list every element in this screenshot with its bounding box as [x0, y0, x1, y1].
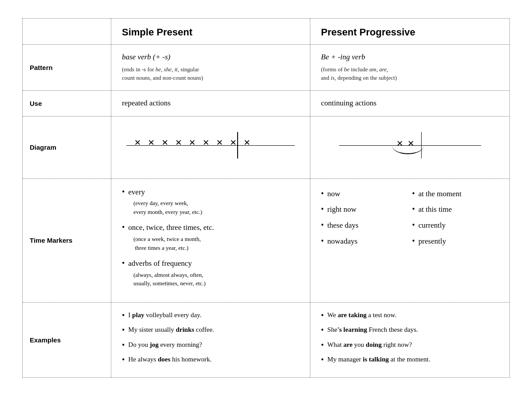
pp-bullet-1: •	[321, 189, 324, 199]
pp-marker-text-3: these days	[327, 220, 358, 231]
pattern-sp-note: (ends in -s for he, she, it, singularcou…	[122, 65, 299, 82]
sp-cross-2: ×	[148, 137, 155, 148]
diagram-pp-cell: × ×	[310, 116, 509, 179]
pp-markers-col1: • now • right now • these days • nowaday…	[321, 189, 408, 248]
sp-marker-item-2: • once, twice, three times, etc. (once a…	[122, 222, 299, 252]
sp-example-text-3: Do you jog every morning?	[128, 340, 202, 349]
examples-row: Examples • I play volleyball every day. …	[23, 303, 509, 378]
pp-marker-text-8: presently	[419, 236, 446, 247]
pp-marker-6: • at this time	[412, 204, 499, 215]
pp-marker-8: • presently	[412, 236, 499, 247]
sp-example-1: • I play volleyball every day.	[122, 311, 299, 321]
bullet-dot-2: •	[122, 222, 125, 233]
use-sp-content: repeated actions	[111, 91, 310, 116]
sp-example-text-1: I play volleyball every day.	[128, 311, 201, 320]
pp-example-1: • We are taking a test now.	[321, 311, 499, 321]
sp-cross-9: ×	[244, 137, 250, 148]
pp-example-3: • What are you doing right now?	[321, 340, 499, 350]
diagram-sp-cell: × × × × × × × × ×	[111, 116, 310, 179]
ex-bullet-4: •	[122, 355, 125, 365]
sp-cross-3: ×	[162, 137, 168, 148]
pp-ex-bullet-2: •	[321, 325, 324, 335]
ex-bullet-2: •	[122, 325, 125, 335]
diagram-row: Diagram × × × × × × × × ×	[23, 116, 509, 179]
sp-cross-1: ×	[134, 137, 141, 148]
header-sp-cell: Simple Present	[111, 19, 310, 44]
pp-bullet-2: •	[321, 204, 324, 214]
pp-ex-bullet-3: •	[321, 340, 324, 350]
pp-example-text-2: She's learning French these days.	[327, 325, 418, 334]
pp-marker-text-4: nowadays	[327, 236, 357, 247]
pp-marker-text-2: right now	[327, 204, 356, 215]
main-table: Simple Present Present Progressive Patte…	[22, 18, 510, 378]
pp-bullet-4: •	[321, 236, 324, 246]
pp-example-text-4: My manager is talking at the moment.	[327, 355, 430, 364]
pp-example-4: • My manager is talking at the moment.	[321, 355, 499, 365]
pp-bullet-5: •	[412, 189, 415, 199]
pp-marker-text-6: at this time	[419, 204, 452, 215]
pp-cross-1: ×	[397, 137, 403, 150]
examples-pp-content: • We are taking a test now. • She's lear…	[310, 303, 509, 378]
ex-bullet-3: •	[122, 340, 125, 350]
bullet-dot-3: •	[122, 258, 125, 268]
header-empty-cell	[23, 19, 111, 44]
pattern-row: Pattern base verb (+ -s) (ends in -s for…	[23, 45, 509, 91]
sp-diagram: × × × × × × × × ×	[126, 130, 295, 165]
sp-marker-sub-2: (once a week, twice a month, three times…	[133, 235, 299, 252]
header-row: Simple Present Present Progressive	[23, 19, 509, 45]
pp-markers-col2: • at the moment • at this time • current…	[412, 189, 499, 248]
pp-marker-text-1: now	[327, 189, 340, 199]
time-markers-pp-content: • now • right now • these days • nowaday…	[310, 179, 509, 302]
pp-example-2: • She's learning French these days.	[321, 325, 499, 335]
pp-ex-bullet-1: •	[321, 311, 324, 321]
sp-example-2: • My sister usually drinks coffee.	[122, 325, 299, 335]
sp-marker-bullet-2: • once, twice, three times, etc.	[122, 222, 299, 233]
sp-example-text-2: My sister usually drinks coffee.	[128, 325, 214, 334]
pp-marker-7: • currently	[412, 220, 499, 231]
pattern-pp-content: Be + -ing verb (forms of be include am, …	[310, 45, 509, 90]
sp-marker-sub-3: (always, almost always, often,usually, s…	[133, 271, 299, 288]
time-markers-sp-content: • every (every day, every week,every mon…	[111, 179, 310, 302]
examples-label: Examples	[23, 303, 111, 378]
bullet-dot-1: •	[122, 187, 125, 197]
sp-cross-5: ×	[189, 137, 196, 148]
sp-marker-text-1: every	[128, 187, 145, 198]
sp-cross-7: ×	[216, 137, 223, 148]
header-pp-title: Present Progressive	[321, 27, 415, 38]
sp-example-text-4: He always does his homework.	[128, 355, 211, 364]
header-pp-cell: Present Progressive	[310, 19, 509, 44]
sp-cross-4: ×	[175, 137, 182, 148]
pp-example-text-1: We are taking a test now.	[327, 311, 396, 320]
pattern-pp-note: (forms of be include am, are,and is, dep…	[321, 65, 499, 82]
sp-example-3: • Do you jog every morning?	[122, 340, 299, 350]
pp-ex-bullet-4: •	[321, 355, 324, 365]
sp-marker-text-2: once, twice, three times, etc.	[128, 222, 214, 233]
sp-cross-8: ×	[230, 137, 237, 148]
ex-bullet-1: •	[122, 311, 125, 321]
pp-marker-1: • now	[321, 189, 408, 199]
pattern-label: Pattern	[23, 45, 111, 90]
sp-cross-6: ×	[203, 137, 209, 148]
time-markers-label: Time Markers	[23, 179, 111, 302]
pp-marker-text-7: currently	[419, 220, 446, 231]
pp-examples-list: • We are taking a test now. • She's lear…	[321, 311, 499, 365]
diagram-label: Diagram	[23, 116, 111, 179]
time-markers-row: Time Markers • every (every day, every w…	[23, 179, 509, 303]
use-sp-text: repeated actions	[122, 99, 299, 108]
pp-example-text-3: What are you doing right now?	[327, 340, 412, 349]
use-pp-content: continuing actions	[310, 91, 509, 116]
pp-marker-5: • at the moment	[412, 189, 499, 199]
pp-bullet-3: •	[321, 220, 324, 230]
pp-cross-2: ×	[408, 137, 415, 150]
sp-examples-list: • I play volleyball every day. • My sist…	[122, 311, 299, 365]
pp-diagram: × ×	[339, 130, 481, 165]
sp-marker-sub-1: (every day, every week,every month, ever…	[133, 199, 299, 216]
pp-bullet-8: •	[412, 236, 415, 246]
examples-sp-content: • I play volleyball every day. • My sist…	[111, 303, 310, 378]
pp-markers-grid: • now • right now • these days • nowaday…	[321, 187, 499, 248]
use-label: Use	[23, 91, 111, 116]
sp-marker-bullet-3: • adverbs of frequency	[122, 258, 299, 269]
pp-marker-3: • these days	[321, 220, 408, 231]
use-row: Use repeated actions continuing actions	[23, 91, 509, 116]
pattern-sp-content: base verb (+ -s) (ends in -s for he, she…	[111, 45, 310, 90]
